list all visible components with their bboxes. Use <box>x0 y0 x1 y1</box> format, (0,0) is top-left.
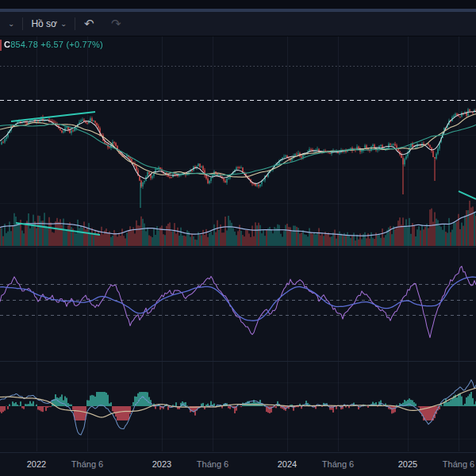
collapse-toolbar-button[interactable]: ⌄ <box>0 12 22 36</box>
chart-canvas[interactable] <box>0 0 476 476</box>
profile-menu-label: Hồ sơ <box>31 18 57 29</box>
legend-close-prefix: C <box>4 40 10 49</box>
time-axis-label: Tháng 6 <box>193 453 232 475</box>
time-axis-label: 2024 <box>267 453 307 475</box>
trading-app: ⌄ Hồ sơ ⌄ ↶ ↷ C854.78 +6.57 (+0.77%) 202… <box>0 0 476 476</box>
chevron-down-icon: ⌄ <box>8 21 14 28</box>
time-axis-label: Tháng 6 <box>67 453 107 475</box>
time-axis-label: Tháng 6 <box>318 453 358 475</box>
price-legend: C854.78 +6.57 (+0.77%) <box>4 40 103 49</box>
top-toolbar: ⌄ Hồ sơ ⌄ ↶ ↷ <box>0 12 476 36</box>
time-axis-label: 2022 <box>17 453 56 475</box>
time-axis-label: 2023 <box>142 453 182 475</box>
time-axis-label: Tháng 6 <box>439 453 476 475</box>
chevron-down-icon: ⌄ <box>60 21 67 28</box>
time-axis-label: 2025 <box>388 453 428 475</box>
legend-change: +6.57 <box>40 40 63 49</box>
legend-change-pct: (+0.77%) <box>66 40 103 49</box>
time-axis[interactable]: 2022Tháng 62023Tháng 62024Tháng 62025Thá… <box>0 452 476 476</box>
window-chrome <box>0 0 476 9</box>
undo-button[interactable]: ↶ <box>75 17 102 31</box>
redo-button[interactable]: ↷ <box>102 17 129 31</box>
legend-price: 854.78 <box>10 40 38 49</box>
profile-menu-button[interactable]: Hồ sơ ⌄ <box>23 12 75 36</box>
